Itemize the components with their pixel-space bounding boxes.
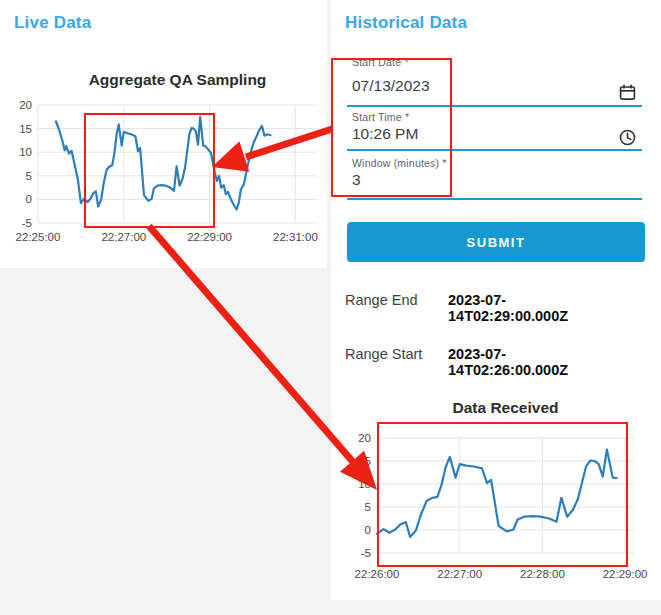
x-tick-label: 22:29:00	[187, 231, 232, 243]
received-chart-title: Data Received	[377, 399, 634, 417]
live-chart: 20151050-522:25:0022:27:0022:29:0022:31:…	[0, 95, 327, 255]
y-tick-label: 20	[358, 432, 371, 444]
x-tick-label: 22:28:00	[520, 568, 565, 580]
x-tick-label: 22:27:00	[437, 568, 482, 580]
window-minutes-input[interactable]: 3	[352, 171, 361, 189]
submit-button[interactable]: SUBMIT	[347, 222, 645, 262]
y-tick-label: 20	[19, 99, 32, 111]
calendar-icon[interactable]	[619, 84, 636, 101]
range-start-value: 2023-07-14T02:26:00.000Z	[448, 346, 568, 378]
x-tick-label: 22:26:00	[355, 568, 400, 580]
historical-data-heading: Historical Data	[345, 13, 467, 33]
clock-icon[interactable]	[619, 129, 636, 146]
window-minutes-label: Window (minutes) *	[352, 157, 447, 169]
start-time-label: Start Time *	[352, 111, 409, 123]
x-tick-label: 22:31:00	[273, 231, 318, 243]
live-chart-title: Aggregate QA Sampling	[38, 71, 317, 89]
historical-data-panel: Historical Data Start Date * 07/13/2023 …	[331, 0, 661, 600]
y-tick-label: -5	[361, 547, 371, 559]
y-tick-label: -5	[22, 217, 32, 229]
start-time-input[interactable]: 10:26 PM	[352, 125, 418, 143]
range-start-row: Range Start 2023-07-14T02:26:00.000Z	[345, 346, 422, 362]
y-tick-label: 15	[19, 123, 32, 135]
y-tick-label: 5	[26, 170, 32, 182]
y-tick-label: 10	[19, 146, 32, 158]
range-end-label: Range End	[345, 292, 418, 308]
x-tick-label: 22:29:00	[603, 568, 648, 580]
x-tick-label: 22:25:00	[16, 231, 61, 243]
range-start-label: Range Start	[345, 346, 422, 362]
range-end-row: Range End 2023-07-14T02:29:00.000Z	[345, 292, 418, 308]
start-date-label: Start Date *	[352, 56, 409, 68]
y-tick-label: 10	[358, 478, 371, 490]
y-tick-label: 0	[26, 193, 32, 205]
received-chart: 20151050-522:26:0022:27:0022:28:0022:29:…	[331, 420, 661, 600]
start-time-underline	[347, 149, 642, 151]
range-end-value: 2023-07-14T02:29:00.000Z	[448, 292, 568, 324]
start-date-underline	[347, 105, 642, 107]
window-minutes-underline	[347, 198, 642, 200]
y-tick-label: 5	[365, 501, 371, 513]
live-data-panel: Live Data Aggregate QA Sampling 20151050…	[0, 0, 327, 268]
live-data-heading: Live Data	[14, 13, 91, 33]
x-tick-label: 22:27:00	[101, 231, 146, 243]
y-tick-label: 15	[358, 455, 371, 467]
y-tick-label: 0	[365, 524, 371, 536]
data-line	[56, 117, 271, 210]
start-date-input[interactable]: 07/13/2023	[352, 77, 430, 95]
data-line	[377, 450, 617, 537]
